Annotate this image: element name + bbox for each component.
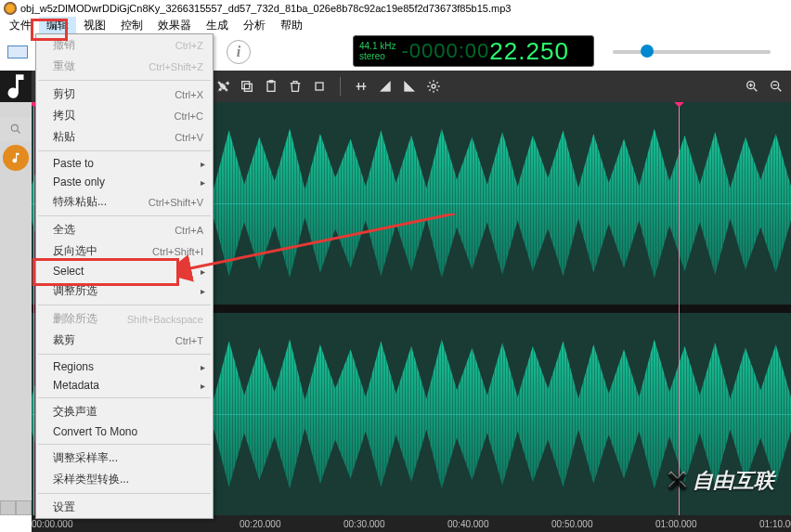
edit-menu-dropdown: 撤销Ctrl+Z重做Ctrl+Shift+Z剪切Ctrl+X拷贝Ctrl+C粘贴… xyxy=(35,33,214,519)
menuitem-反向选中[interactable]: 反向选中Ctrl+Shift+I xyxy=(36,240,213,262)
menuitem-label: Convert To Mono xyxy=(53,425,203,438)
menuitem-label: 全选 xyxy=(53,222,175,238)
menu-文件[interactable]: 文件 xyxy=(2,17,39,34)
volume-knob[interactable] xyxy=(641,45,654,58)
svg-point-8 xyxy=(11,124,18,131)
menuitem-label: 裁剪 xyxy=(53,332,175,348)
menuitem-粘贴[interactable]: 粘贴Ctrl+V xyxy=(36,126,213,148)
menu-控制[interactable]: 控制 xyxy=(113,17,150,34)
submenu-arrow-icon: ▸ xyxy=(201,177,205,188)
selection-end-marker[interactable] xyxy=(679,102,680,515)
note-icon xyxy=(9,151,22,164)
menuitem-accel: Ctrl+Shift+V xyxy=(149,197,203,208)
menuitem-accel: Ctrl+V xyxy=(175,132,203,143)
menu-帮助[interactable]: 帮助 xyxy=(273,17,310,34)
ruler-tick: 01:00.000 xyxy=(655,515,697,532)
paste-icon[interactable] xyxy=(264,79,279,94)
selection-start-marker[interactable] xyxy=(33,102,34,515)
menuitem-label: 设置 xyxy=(53,500,203,515)
menuitem-label: 拷贝 xyxy=(53,108,175,123)
menu-视图[interactable]: 视图 xyxy=(76,17,113,34)
menuitem-accel: Ctrl+Z xyxy=(175,40,203,51)
note-tab[interactable] xyxy=(3,145,29,171)
menuitem-裁剪[interactable]: 裁剪Ctrl+T xyxy=(36,330,213,351)
submenu-arrow-icon: ▸ xyxy=(201,286,205,296)
gutter-btn-2[interactable] xyxy=(16,500,32,515)
fadeout-icon[interactable] xyxy=(402,79,417,94)
time-main: 22.250 xyxy=(489,37,569,66)
scissors-icon[interactable] xyxy=(215,79,230,94)
menuitem-label: Metadata xyxy=(53,379,203,392)
volume-slider[interactable] xyxy=(613,50,771,54)
submenu-arrow-icon: ▸ xyxy=(201,381,205,391)
menu-编辑[interactable]: 编辑 xyxy=(39,17,76,34)
menuitem-调整采样率...[interactable]: 调整采样率... xyxy=(36,448,213,469)
menuitem-剪切[interactable]: 剪切Ctrl+X xyxy=(36,84,213,105)
menuitem-label: 采样类型转换... xyxy=(53,472,203,487)
menuitem-重做: 重做Ctrl+Shift+Z xyxy=(36,56,213,77)
selection-chip[interactable] xyxy=(7,45,28,58)
menu-分析[interactable]: 分析 xyxy=(236,17,273,34)
menuitem-Metadata[interactable]: Metadata▸ xyxy=(36,376,213,395)
watermark-x-icon: ✕ xyxy=(666,464,689,497)
menuitem-label: 调整采样率... xyxy=(53,450,203,466)
menuitem-label: Regions xyxy=(53,360,203,373)
menuitem-accel: Ctrl+Shift+Z xyxy=(149,61,203,72)
channel-mode: stereo xyxy=(359,51,396,61)
menuitem-设置[interactable]: 设置 xyxy=(36,497,213,518)
crop-icon[interactable] xyxy=(312,79,327,94)
note-icon xyxy=(0,71,32,102)
ruler-tick: 00:20.000 xyxy=(240,515,281,532)
zoom-out-icon[interactable] xyxy=(769,79,784,94)
menu-效果器[interactable]: 效果器 xyxy=(150,17,199,34)
gutter-btn-1[interactable] xyxy=(0,500,16,515)
ruler-tick: 00:30.000 xyxy=(344,515,385,532)
app-icon xyxy=(4,2,17,15)
menu-生成[interactable]: 生成 xyxy=(199,17,236,34)
menuitem-Paste only[interactable]: Paste only▸ xyxy=(36,173,213,191)
menuitem-Paste to[interactable]: Paste to▸ xyxy=(36,154,213,173)
sidebar-tab-note[interactable] xyxy=(0,71,32,102)
gear-icon[interactable] xyxy=(426,79,441,94)
title-bar: obj_w5zDlMODwrDDiGjCn8Ky_3266315557_dd57… xyxy=(0,0,791,17)
menuitem-Regions[interactable]: Regions▸ xyxy=(36,357,213,376)
svg-point-5 xyxy=(432,84,435,88)
menuitem-accel: Ctrl+Shift+I xyxy=(152,246,203,257)
trash-icon[interactable] xyxy=(288,79,303,94)
svg-rect-4 xyxy=(316,83,323,90)
menuitem-Select[interactable]: Select▸ xyxy=(36,262,213,280)
menuitem-label: 重做 xyxy=(53,58,149,74)
level-icon[interactable] xyxy=(354,79,369,94)
menuitem-交换声道[interactable]: 交换声道 xyxy=(36,401,213,422)
menuitem-调整所选[interactable]: 调整所选▸ xyxy=(36,280,213,302)
menuitem-Convert To Mono[interactable]: Convert To Mono xyxy=(36,422,213,441)
submenu-arrow-icon: ▸ xyxy=(201,362,205,372)
info-icon[interactable]: i xyxy=(227,40,251,64)
menuitem-label: 删除所选 xyxy=(53,311,127,327)
time-negative: -0000:00 xyxy=(401,39,489,63)
copy-icon[interactable] xyxy=(240,79,254,94)
menuitem-label: 剪切 xyxy=(53,86,175,102)
menuitem-label: 交换声道 xyxy=(53,404,203,420)
menubar: 文件编辑视图控制效果器生成分析帮助 xyxy=(0,17,791,33)
menuitem-accel: Ctrl+A xyxy=(175,225,203,236)
zoom-in-icon[interactable] xyxy=(745,79,759,94)
menuitem-accel: Shift+Backspace xyxy=(127,314,203,325)
menuitem-label: Paste only xyxy=(53,175,203,188)
fadein-icon[interactable] xyxy=(378,79,393,94)
menuitem-特殊粘贴...[interactable]: 特殊粘贴...Ctrl+Shift+V xyxy=(36,191,213,213)
svg-rect-3 xyxy=(269,80,273,83)
menuitem-label: 反向选中 xyxy=(53,243,152,259)
menuitem-拷贝[interactable]: 拷贝Ctrl+C xyxy=(36,105,213,126)
menuitem-label: Select xyxy=(53,265,203,278)
menuitem-撤销: 撤销Ctrl+Z xyxy=(36,34,213,56)
menuitem-全选[interactable]: 全选Ctrl+A xyxy=(36,219,213,240)
menuitem-采样类型转换...[interactable]: 采样类型转换... xyxy=(36,469,213,490)
search-tab[interactable] xyxy=(0,117,32,141)
svg-rect-1 xyxy=(242,82,250,89)
menuitem-label: 撤销 xyxy=(53,37,175,53)
ruler-tick: 01:10.000 xyxy=(759,515,791,532)
submenu-arrow-icon: ▸ xyxy=(201,266,205,277)
menuitem-accel: Ctrl+T xyxy=(175,335,203,346)
ruler-tick: 00:50.000 xyxy=(551,515,593,532)
